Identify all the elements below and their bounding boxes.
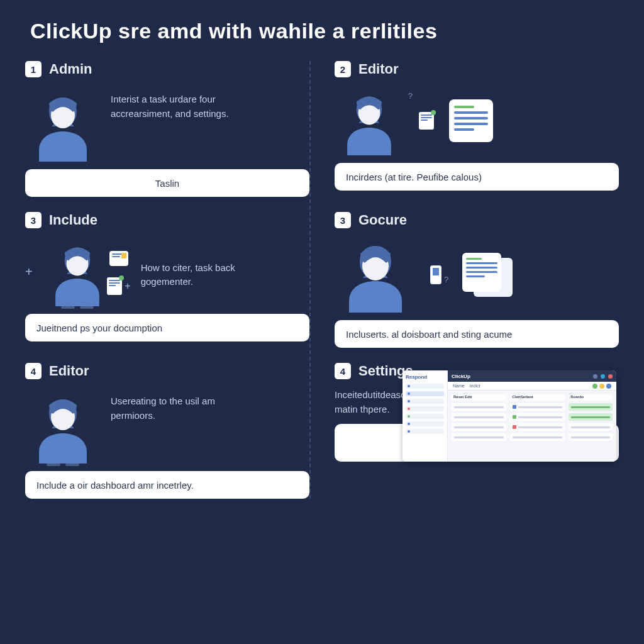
plus-icon: + bbox=[25, 265, 33, 279]
chat-icon bbox=[109, 251, 128, 266]
mini-col-header: ClartSetlant bbox=[510, 394, 565, 401]
badge-4b: 4 bbox=[335, 363, 351, 379]
mini-tab: Name bbox=[453, 384, 465, 388]
cell-settings: 4 Settings Inceitedutitdeascooor servvin… bbox=[335, 363, 619, 499]
title-admin: Admin bbox=[49, 61, 92, 77]
desc-admin: Interist a task urdare four accrearsimen… bbox=[111, 86, 243, 121]
avatar-icon bbox=[25, 388, 101, 464]
app-screenshot: Respond ClickUp Name bbox=[402, 370, 616, 462]
pill-editor-top[interactable]: Incirders (at tire. Peufibe calous) bbox=[335, 163, 619, 191]
cell-editor-bottom: 4 Editor Usereating to the usil am permi… bbox=[25, 363, 309, 499]
avatar-icon bbox=[335, 237, 416, 313]
pill-editor-bottom[interactable]: Include a oir dashboard amr incetrley. bbox=[25, 471, 309, 499]
mini-col-header: Reset Edit bbox=[452, 394, 506, 401]
pill-include[interactable]: Jueitnend ps your documption bbox=[25, 314, 309, 341]
avatar-icon: + bbox=[43, 237, 112, 306]
question-icon: ? bbox=[408, 91, 413, 101]
roles-grid: 1 Admin Interist a task urdare four accr… bbox=[25, 61, 619, 499]
phone-icon bbox=[430, 265, 441, 284]
badge-4a: 4 bbox=[25, 363, 42, 379]
cell-editor-top: 2 Editor ? bbox=[335, 61, 619, 197]
document-icon bbox=[107, 277, 122, 295]
document-icon bbox=[419, 112, 434, 130]
avatar-icon bbox=[25, 86, 101, 162]
title-gocure: Gocure bbox=[358, 212, 407, 228]
cell-gocure: 3 Gocure ? bbox=[335, 212, 619, 348]
title-include: Include bbox=[49, 212, 97, 228]
avatar-icon: ? bbox=[335, 86, 404, 155]
badge-2: 2 bbox=[335, 61, 351, 77]
mini-tab: Indict bbox=[470, 384, 480, 388]
badge-3a: 3 bbox=[25, 212, 42, 228]
cell-include: 3 Include + bbox=[25, 212, 309, 348]
plus-icon: + bbox=[125, 280, 130, 292]
dashes-icon bbox=[61, 306, 94, 309]
mini-sidebar-logo: Respond bbox=[406, 374, 444, 380]
question-icon: ? bbox=[444, 275, 448, 284]
page-title: ClickUp sre amd with wahile a rerlitiles bbox=[25, 19, 619, 43]
document-card-icon bbox=[449, 99, 493, 142]
desc-editor-bottom: Usereating to the usil am permioors. bbox=[111, 388, 243, 423]
desc-include: How to citer, task back gogementer. bbox=[141, 255, 273, 289]
mini-col-header: Roardo bbox=[569, 394, 613, 401]
cell-admin: 1 Admin Interist a task urdare four accr… bbox=[25, 61, 309, 197]
dashes-icon bbox=[47, 464, 79, 466]
badge-3b: 3 bbox=[335, 212, 351, 228]
title-editor-bottom: Editor bbox=[49, 363, 89, 379]
badge-1: 1 bbox=[25, 61, 42, 77]
stacked-document-icon bbox=[462, 253, 513, 297]
pill-admin[interactable]: Taslin bbox=[25, 169, 309, 197]
title-editor-top: Editor bbox=[358, 61, 399, 77]
mini-brand: ClickUp bbox=[452, 374, 470, 379]
pill-gocure[interactable]: Incluserts. al doisboart and sting acume bbox=[335, 320, 619, 348]
